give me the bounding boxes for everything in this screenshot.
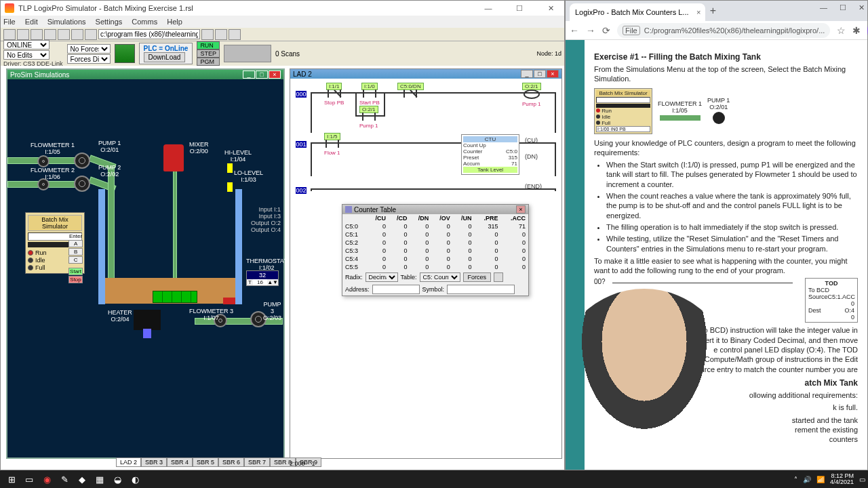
prosim-titlebar[interactable]: ProSim Simulations _ □ × xyxy=(7,70,283,79)
ct-close[interactable]: × xyxy=(516,205,526,214)
download-button[interactable]: DownLoad xyxy=(144,52,186,62)
tray-volume-icon[interactable]: 🔊 xyxy=(803,476,811,483)
path-input[interactable] xyxy=(98,29,200,39)
tab-sbr6[interactable]: SBR 6 xyxy=(218,458,244,467)
url-input[interactable]: File C:/program%20files%20(x86)/thelearn… xyxy=(617,23,830,38)
sym-input[interactable] xyxy=(447,285,515,294)
tab-sbr5[interactable]: SBR 5 xyxy=(193,458,218,467)
tool-find[interactable] xyxy=(201,29,214,40)
start-button[interactable]: ⊞ xyxy=(3,472,20,487)
online-select[interactable]: ONLINE xyxy=(3,40,50,49)
task-app1[interactable]: ✎ xyxy=(56,472,73,487)
inst-flow1[interactable]: I:1/5Flow 1 xyxy=(324,133,340,156)
task-logixpro[interactable]: ◒ xyxy=(108,472,126,487)
inst-startpb[interactable]: I:1/0Start PB xyxy=(359,83,380,106)
rung-0[interactable] xyxy=(311,92,556,133)
tool-copy[interactable] xyxy=(71,29,83,40)
ct-titlebar[interactable]: Counter Table × xyxy=(342,205,528,214)
tray-network-icon[interactable]: 📶 xyxy=(816,476,825,483)
forces-button[interactable]: Forces xyxy=(463,272,492,282)
prosim-close[interactable]: × xyxy=(269,70,281,79)
tab-lad2[interactable]: LAD 2 xyxy=(116,458,141,467)
pump-2[interactable] xyxy=(74,176,90,192)
edits-select[interactable]: No Edits xyxy=(3,50,50,60)
tool-zoomin[interactable] xyxy=(229,29,241,40)
tray-up-icon[interactable]: ˄ xyxy=(794,476,797,483)
titlebar[interactable]: TLP LogixPro Simulator - Batch Mixing Ex… xyxy=(1,1,564,16)
maximize-button[interactable]: ☐ xyxy=(510,4,529,13)
menu-file[interactable]: File xyxy=(3,18,16,26)
back-button[interactable]: ← xyxy=(570,25,579,36)
inst-stoppp[interactable]: I:1/1Stop PB xyxy=(324,83,344,106)
task-explorer[interactable]: ▭ xyxy=(20,472,38,487)
reload-button[interactable]: ⟳ xyxy=(602,25,610,36)
tool-paste[interactable] xyxy=(85,29,97,40)
step-button[interactable]: STEP xyxy=(197,49,220,58)
forces-b-select[interactable]: Forces Disabled xyxy=(67,54,111,64)
chrome-tab[interactable]: LogixPro - Batch Mix Counters L...× xyxy=(570,3,705,21)
close-button[interactable]: ✕ xyxy=(541,4,560,13)
forward-button[interactable]: → xyxy=(586,25,595,36)
inst-pump1-ote[interactable]: O:2/1Pump 1 xyxy=(522,83,541,107)
menu-help[interactable]: Help xyxy=(167,18,182,26)
menu-edit[interactable]: Edit xyxy=(25,18,38,26)
bms-btn-a[interactable]: A xyxy=(68,240,83,247)
menu-simulations[interactable]: Simulations xyxy=(47,18,86,26)
tod-desc-1: TOD (To BCD) instruction will take the i… xyxy=(594,325,858,335)
ladder-close[interactable]: × xyxy=(547,70,559,78)
heater[interactable] xyxy=(134,310,161,330)
bms-start[interactable]: Start xyxy=(68,268,83,275)
tab-sbr4[interactable]: SBR 4 xyxy=(167,458,193,467)
tab-sbr7[interactable]: SBR 7 xyxy=(244,458,270,467)
clock[interactable]: 8:12 PM 4/4/2021 xyxy=(830,473,854,485)
bms-btn-c[interactable]: C xyxy=(68,256,83,264)
menu-settings[interactable]: Settings xyxy=(96,18,123,26)
rung-no-2: 002 xyxy=(296,187,307,194)
inst-branch-pump1[interactable]: O:2/1Pump 1 xyxy=(359,106,378,129)
run-button[interactable]: RUN xyxy=(197,41,220,49)
tool-new[interactable] xyxy=(3,29,16,40)
table-select[interactable]: C5: Counter xyxy=(420,272,460,282)
tool-save[interactable] xyxy=(31,29,43,40)
new-tab-button[interactable]: + xyxy=(705,5,722,21)
page-content[interactable]: Exercise #1 -- Filling the Batch Mixing … xyxy=(566,40,867,470)
bms-stop[interactable]: Stop xyxy=(68,276,83,283)
tool-zoomout[interactable] xyxy=(215,29,227,40)
ladder-icon[interactable] xyxy=(115,44,135,63)
mixer[interactable] xyxy=(163,144,184,171)
ladder-titlebar[interactable]: LAD 2 _ □ × xyxy=(290,69,561,79)
tray-notifications[interactable]: ▭ xyxy=(859,476,865,483)
prosim-max[interactable]: □ xyxy=(256,70,268,79)
chrome-close[interactable]: ✕ xyxy=(859,3,865,12)
task-app2[interactable]: ◆ xyxy=(73,472,91,487)
forces-a-select[interactable]: No Forces xyxy=(67,44,111,54)
prosim-min[interactable]: _ xyxy=(243,70,255,79)
tool-cut[interactable] xyxy=(58,29,70,40)
task-chrome[interactable]: ◉ xyxy=(38,472,56,487)
tool-open[interactable] xyxy=(17,29,29,40)
thermo-set[interactable]: 16 xyxy=(253,279,267,285)
ladder-min[interactable]: _ xyxy=(521,70,533,78)
chrome-min[interactable]: — xyxy=(820,3,827,12)
tab-close[interactable]: × xyxy=(696,8,701,16)
extensions-icon[interactable]: ✱ xyxy=(852,25,861,36)
chrome-max[interactable]: ☐ xyxy=(840,3,846,12)
task-app3[interactable]: ▦ xyxy=(91,472,108,487)
addr-input[interactable] xyxy=(372,285,420,294)
ladder-max[interactable]: □ xyxy=(534,70,546,78)
pump-1[interactable] xyxy=(74,152,90,169)
star-icon[interactable]: ☆ xyxy=(837,25,846,36)
rung-2[interactable] xyxy=(311,188,556,191)
bms-btn-b[interactable]: B xyxy=(68,248,83,256)
tab-sbr3[interactable]: SBR 3 xyxy=(141,458,167,467)
ctu-instruction[interactable]: CTU Count Up CounterC5:0 Preset315 Accum… xyxy=(461,134,519,175)
tool-print[interactable] xyxy=(44,29,56,40)
radix-select[interactable]: Decimal xyxy=(366,272,398,282)
print-icon[interactable] xyxy=(494,272,503,282)
minimize-button[interactable]: — xyxy=(479,4,498,13)
menu-comms[interactable]: Comms xyxy=(132,18,157,26)
inst-c50dn[interactable]: C5:0/DN xyxy=(397,83,424,99)
thermostat[interactable]: 32 T16▲▼ xyxy=(246,270,279,286)
pgm-button[interactable]: PGM xyxy=(197,58,220,66)
task-app4[interactable]: ◐ xyxy=(126,472,144,487)
